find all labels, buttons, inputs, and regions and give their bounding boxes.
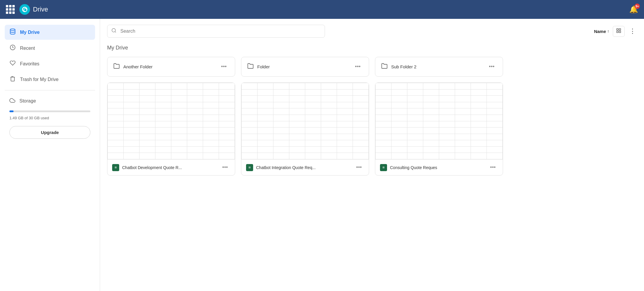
sidebar-divider bbox=[5, 90, 95, 90]
heart-icon bbox=[9, 60, 16, 67]
files-grid: // Will render cells via JS below ≡ Chat… bbox=[107, 82, 637, 176]
file-card-footer-0: ≡ Chatbot Development Quote R... ••• bbox=[107, 159, 235, 175]
sort-area: Name ↑ ⋮ bbox=[594, 26, 637, 37]
file-more-icon-0[interactable]: ••• bbox=[220, 163, 230, 172]
folder-icon-1 bbox=[247, 63, 254, 71]
svg-rect-6 bbox=[617, 31, 618, 32]
folder-more-icon-0[interactable]: ••• bbox=[219, 62, 229, 71]
spreadsheet-icon-1: ≡ bbox=[246, 164, 253, 171]
folder-name-2: Sub Folder 2 bbox=[391, 64, 416, 69]
spreadsheet-icon-0: ≡ bbox=[112, 164, 119, 171]
sidebar-item-recent[interactable]: Recent bbox=[5, 41, 95, 55]
search-input[interactable] bbox=[107, 25, 325, 38]
folder-card-0[interactable]: Another Folder ••• bbox=[107, 57, 235, 77]
file-card-0[interactable]: // Will render cells via JS below ≡ Chat… bbox=[107, 82, 235, 176]
file-more-icon-2[interactable]: ••• bbox=[488, 163, 498, 172]
file-more-icon-1[interactable]: ••• bbox=[354, 163, 364, 172]
sidebar-item-my-drive[interactable]: My Drive bbox=[5, 25, 95, 40]
file-card-2[interactable]: ≡ Consulting Quote Reques ••• bbox=[375, 82, 503, 176]
top-bar: Name ↑ ⋮ bbox=[107, 25, 637, 38]
file-preview-0: // Will render cells via JS below bbox=[107, 83, 235, 159]
file-name-2: Consulting Quote Reques bbox=[390, 165, 437, 170]
upgrade-button[interactable]: Upgrade bbox=[9, 126, 90, 139]
logo-area: Drive bbox=[19, 4, 48, 15]
folder-icon-0 bbox=[113, 63, 120, 71]
folder-more-icon-2[interactable]: ••• bbox=[487, 62, 497, 71]
apps-grid-icon[interactable] bbox=[6, 5, 15, 14]
svg-rect-5 bbox=[619, 29, 621, 30]
file-preview-2 bbox=[375, 83, 503, 159]
folder-name-1: Folder bbox=[257, 64, 270, 69]
cloud-icon bbox=[9, 97, 15, 105]
storage-bar-container bbox=[9, 110, 90, 112]
search-container bbox=[107, 25, 325, 38]
folder-card-2[interactable]: Sub Folder 2 ••• bbox=[375, 57, 503, 77]
svg-point-2 bbox=[112, 29, 115, 32]
drive-icon bbox=[9, 28, 16, 36]
folder-icon-2 bbox=[381, 63, 388, 71]
folder-card-left-0: Another Folder bbox=[113, 63, 152, 71]
options-menu-icon[interactable]: ⋮ bbox=[628, 26, 637, 36]
svg-line-3 bbox=[115, 32, 116, 32]
sidebar-item-favorites[interactable]: Favorites bbox=[5, 57, 95, 71]
svg-rect-7 bbox=[619, 31, 621, 32]
clock-icon bbox=[9, 44, 16, 52]
section-title: My Drive bbox=[107, 45, 637, 51]
storage-used-text: 1.49 GB of 30 GB used bbox=[5, 115, 95, 124]
file-name-1: Chatbot Integration Quote Req... bbox=[256, 165, 316, 170]
search-icon bbox=[111, 28, 117, 35]
file-card-left-1: ≡ Chatbot Integration Quote Req... bbox=[246, 164, 316, 171]
sidebar-item-label-recent: Recent bbox=[20, 46, 35, 51]
file-card-1[interactable]: ≡ Chatbot Integration Quote Req... ••• bbox=[241, 82, 369, 176]
sidebar-item-label-favorites: Favorites bbox=[20, 61, 39, 67]
folder-more-icon-1[interactable]: ••• bbox=[353, 62, 363, 71]
folder-name-0: Another Folder bbox=[123, 64, 152, 69]
folder-card-1[interactable]: Folder ••• bbox=[241, 57, 369, 77]
sidebar: My Drive Recent Favorites bbox=[0, 19, 100, 291]
file-card-left-0: ≡ Chatbot Development Quote R... bbox=[112, 164, 182, 171]
storage-label-text: Storage bbox=[19, 98, 36, 104]
file-card-footer-1: ≡ Chatbot Integration Quote Req... ••• bbox=[241, 159, 369, 175]
folder-card-left-1: Folder bbox=[247, 63, 270, 71]
notification-badge: 9+ bbox=[635, 4, 640, 9]
folder-card-left-2: Sub Folder 2 bbox=[381, 63, 416, 71]
main-content: Name ↑ ⋮ My Drive bbox=[100, 19, 644, 291]
logo-icon bbox=[19, 4, 30, 15]
notification-bell[interactable]: 🔔 9+ bbox=[629, 5, 638, 14]
file-card-left-2: ≡ Consulting Quote Reques bbox=[380, 164, 437, 171]
sort-arrow-icon: ↑ bbox=[607, 29, 609, 34]
sidebar-item-label-trash: Trash for My Drive bbox=[20, 77, 59, 82]
sidebar-item-trash[interactable]: Trash for My Drive bbox=[5, 72, 95, 87]
svg-point-0 bbox=[10, 29, 15, 31]
file-name-0: Chatbot Development Quote R... bbox=[122, 165, 182, 170]
trash-icon bbox=[9, 76, 16, 83]
view-toggle-button[interactable] bbox=[613, 26, 625, 37]
app-title: Drive bbox=[33, 6, 48, 13]
sort-label[interactable]: Name ↑ bbox=[594, 29, 609, 34]
folders-grid: Another Folder ••• Folder ••• bbox=[107, 57, 637, 77]
svg-rect-4 bbox=[617, 29, 618, 30]
storage-section: Storage 1.49 GB of 30 GB used Upgrade bbox=[5, 94, 95, 139]
sidebar-item-label-my-drive: My Drive bbox=[20, 30, 40, 35]
file-preview-1 bbox=[241, 83, 369, 159]
storage-bar-fill bbox=[9, 110, 14, 112]
spreadsheet-icon-2: ≡ bbox=[380, 164, 387, 171]
app-header: Drive 🔔 9+ bbox=[0, 0, 644, 19]
file-card-footer-2: ≡ Consulting Quote Reques ••• bbox=[375, 159, 503, 175]
